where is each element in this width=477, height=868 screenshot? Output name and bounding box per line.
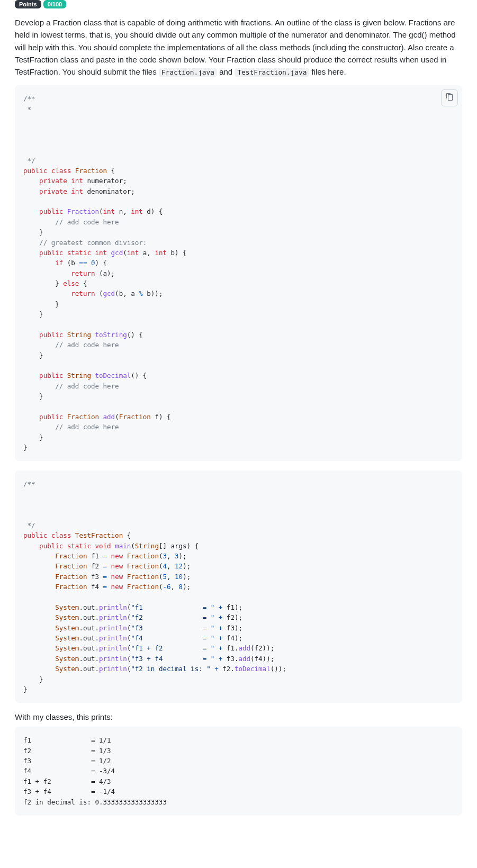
filename-fraction: Fraction.java bbox=[159, 68, 217, 77]
copy-icon bbox=[445, 93, 454, 103]
points-badge-label: Points bbox=[15, 0, 41, 8]
code-fraction: /** * */ public class Fraction { private… bbox=[23, 94, 454, 453]
points-badge-value: 0/100 bbox=[43, 0, 67, 8]
desc-part-1: Develop a Fraction class that is capable… bbox=[15, 18, 456, 76]
code-block-output: f1 = 1/1 f2 = 1/3 f3 = 1/2 f4 = -3/4 f1 … bbox=[15, 727, 462, 816]
code-block-testfraction: /** */ public class TestFraction { publi… bbox=[15, 471, 462, 703]
problem-description: Develop a Fraction class that is capable… bbox=[15, 16, 462, 78]
program-output: f1 = 1/1 f2 = 1/3 f3 = 1/2 f4 = -3/4 f1 … bbox=[23, 735, 454, 807]
code-block-fraction: /** * */ public class Fraction { private… bbox=[15, 85, 462, 461]
desc-part-2: and bbox=[219, 67, 235, 76]
code-testfraction: /** */ public class TestFraction { publi… bbox=[23, 479, 454, 694]
badge-row: Points 0/100 bbox=[15, 0, 462, 8]
desc-part-3: files here. bbox=[312, 67, 346, 76]
filename-testfraction: TestFraction.java bbox=[235, 68, 309, 77]
copy-button[interactable] bbox=[441, 89, 458, 106]
output-heading: With my classes, this prints: bbox=[15, 712, 462, 721]
